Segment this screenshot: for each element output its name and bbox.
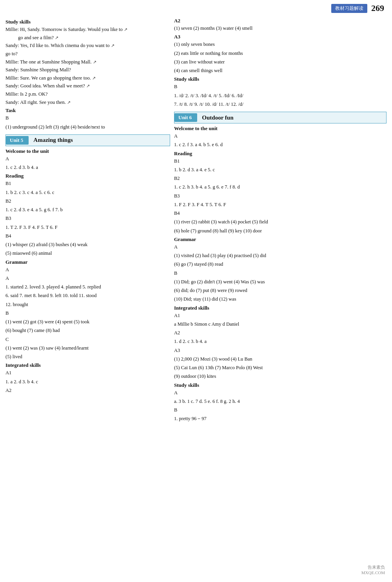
- study-skills-b-ans2: 7. /t/ 8. /t/ 9. /t/ 10. /d/ 11. /t/ 12.…: [174, 100, 387, 109]
- reading-title-right: Reading: [174, 150, 387, 157]
- right-column: A2 (1) seven (2) months (3) water (4) sm…: [174, 16, 387, 424]
- arrow-10: ↗: [67, 99, 71, 106]
- columns: Study skills Millie: Hi, Sandy. Tomorrow…: [0, 15, 392, 428]
- welcome-a-ans-right: 1. c 2. f 3. a 4. b 5. e 6. d: [174, 141, 387, 149]
- study-skills2-a: A: [174, 389, 387, 397]
- dialog-line-4: go to?: [5, 50, 170, 58]
- integrated-a2-label-left: A2: [5, 386, 170, 395]
- watermark-line2: MXQE.COM: [361, 570, 385, 575]
- grammar-b-label-left: B: [5, 309, 170, 317]
- arrow-3: ↗: [111, 42, 114, 49]
- left-column: Study skills Millie: Hi, Sandy. Tomorrow…: [5, 16, 170, 424]
- integrated-a1-label-left: A1: [5, 369, 170, 377]
- task-b-label: B: [5, 114, 170, 122]
- grammar-a-ans1-left: 1. started 2. loved 3. played 4. planned…: [5, 283, 170, 291]
- study-skills2-a-ans: a. 3 b. 1 c. 7 d. 5 e. 6 f. 8 g. 2 h. 4: [174, 397, 387, 406]
- a3-ans2: (2) eats little or nothing for months: [174, 49, 387, 58]
- dialog-line-2: go and see a film? ↗: [5, 34, 170, 42]
- reading-b3-right: B3: [174, 192, 387, 200]
- reading-b4-ans2-left: (5) miaowed (6) animal: [5, 249, 170, 257]
- reading-b1-right: B1: [174, 157, 387, 165]
- dialog-line-10: Sandy: All right. See you then. ↗: [5, 98, 170, 107]
- dialog-line-7: Millie: Sure. We can go shopping there t…: [5, 74, 170, 82]
- integrated-a1-right: A1: [174, 312, 387, 320]
- integrated-a1-ans-left: 1. a 2. d 3. b 4. c: [5, 378, 170, 386]
- grammar-b-ans2-left: (6) bought (7) came (8) had: [5, 326, 170, 335]
- reading-b1-ans-left: 1. b 2. c 3. c 4. a 5. c 6. c: [5, 189, 170, 197]
- header-badge: 教材习题解读: [331, 4, 367, 13]
- welcome-title-left: Welcome to the unit: [5, 148, 170, 154]
- grammar-c-ans1-left: (1) went (2) was (3) saw (4) learned/lea…: [5, 344, 170, 352]
- unit5-badge: Unit 5: [6, 136, 29, 145]
- reading-b4-label-left: B4: [5, 232, 170, 240]
- reading-b1-label-left: B1: [5, 179, 170, 188]
- header: 教材习题解读 269: [0, 0, 392, 15]
- watermark: 告来素负 MXQE.COM: [361, 564, 385, 575]
- grammar-a-ans3-left: 12. brought: [5, 301, 170, 309]
- study-skills-b-label: B: [174, 83, 387, 91]
- unit6-badge: Unit 6: [174, 113, 197, 122]
- dialog-line-5: Millie: The one at Sunshine Shopping Mal…: [5, 58, 170, 66]
- a2-title: A2: [174, 18, 387, 24]
- reading-b1-ans-right: 1. b 2. d 3. a 4. e 5. c: [174, 166, 387, 174]
- arrow-1: ↗: [124, 26, 127, 33]
- welcome-a-label-left: A: [5, 155, 170, 163]
- reading-b4-ans1-left: (1) whisper (2) afraid (3) bushes (4) we…: [5, 241, 170, 249]
- reading-b4-ans2-right: (6) hole (7) ground (8) hall (9) key (10…: [174, 227, 387, 235]
- arrow-2: ↗: [55, 34, 58, 41]
- integrated-a3-ans3-right: (9) outdoor (10) kites: [174, 372, 387, 381]
- a3-ans1: (1) only seven bones: [174, 40, 387, 49]
- reading-b3-label-left: B3: [5, 214, 170, 223]
- grammar-b-ans1-left: (1) went (2) got (3) were (4) spent (5) …: [5, 318, 170, 326]
- page-container: 教材习题解读 269 Study skills Millie: Hi, Sand…: [0, 0, 392, 582]
- grammar-a-label2-left: A: [5, 274, 170, 283]
- welcome-a-ans-left: 1. c 2. d 3. b 4. a: [5, 163, 170, 172]
- watermark-line1: 告来素负: [361, 564, 385, 570]
- integrated-a3-ans2-right: (5) Cai Lun (6) 13th (7) Marco Polo (8) …: [174, 364, 387, 372]
- arrow-5: ↗: [93, 58, 96, 65]
- dialog-line-9: Millie: Is 2 p.m. OK?: [5, 90, 170, 98]
- dialog-line-6: Sandy: Sunshine Shopping Mall?: [5, 66, 170, 74]
- study-skills2-title: Study skills: [174, 382, 387, 388]
- reading-title-left: Reading: [5, 173, 170, 179]
- reading-b3-ans-left: 1. T 2. F 3. F 4. F 5. T 6. F: [5, 223, 170, 232]
- a3-title: A3: [174, 34, 387, 40]
- grammar-b-ans1-right: (1) Did; go (2) didn't (3) went (4) Was …: [174, 278, 387, 286]
- a3-ans3: (3) can live without water: [174, 58, 387, 66]
- integrated-a3-right: A3: [174, 346, 387, 355]
- task-b-answers: (1) underground (2) left (3) right (4) b…: [5, 123, 170, 131]
- reading-b2-right: B2: [174, 174, 387, 183]
- grammar-b-ans3-right: (10) Did; stay (11) did (12) was: [174, 295, 387, 303]
- unit6-title: Outdoor fun: [200, 114, 233, 121]
- integrated-a2-right: A2: [174, 329, 387, 337]
- unit6-row: Unit 6 Outdoor fun: [174, 112, 387, 123]
- grammar-a-ans1-right: (1) visited (2) had (3) play (4) practis…: [174, 252, 387, 260]
- grammar-b-right: B: [174, 269, 387, 277]
- dialog-line-8: Sandy: Good idea. When shall we meet? ↗: [5, 82, 170, 90]
- integrated-title-right: Integrated skills: [174, 305, 387, 311]
- a2-ans: (1) seven (2) months (3) water (4) smell: [174, 24, 387, 33]
- a3-ans4: (4) can smell things well: [174, 67, 387, 75]
- study-skills-b-ans1: 1. /d/ 2. /t/ 3. /Id/ 4. /t/ 5. /Id/ 6. …: [174, 92, 387, 100]
- grammar-a-right: A: [174, 243, 387, 251]
- dialog-line-1: Millie: Hi, Sandy. Tomorrow is Saturday.…: [5, 25, 170, 34]
- dialog-block: Millie: Hi, Sandy. Tomorrow is Saturday.…: [5, 25, 170, 106]
- integrated-a1-ans-right: a Millie b Simon c Amy d Daniel: [174, 320, 387, 328]
- welcome-title-right: Welcome to the unit: [174, 125, 387, 132]
- reading-b4-right: B4: [174, 209, 387, 218]
- grammar-c-ans2-left: (5) lived: [5, 353, 170, 361]
- study-skills-title-left: Study skills: [5, 19, 170, 25]
- reading-b4-ans1-right: (1) river (2) rabbit (3) watch (4) pocke…: [174, 218, 387, 226]
- reading-b3-ans-right: 1. F 2. F 3. F 4. T 5. T 6. F: [174, 201, 387, 209]
- unit5-row: Unit 5 Amazing things: [5, 134, 170, 146]
- dialog-line-3: Sandy: Yes, I'd like to. Which cinema do…: [5, 42, 170, 50]
- grammar-b-ans2-right: (6) did; do (7) put (8) were (9) rowed: [174, 286, 387, 295]
- study-skills2-b-ans: 1. pretty 96－97: [174, 415, 387, 423]
- unit5-title: Amazing things: [32, 137, 73, 143]
- integrated-a2-ans-right: 1. d 2. c 3. b 4. a: [174, 337, 387, 346]
- study-skills2-b: B: [174, 406, 387, 414]
- task-title: Task: [5, 107, 170, 114]
- grammar-a-label-left: A: [5, 266, 170, 274]
- welcome-a-right: A: [174, 132, 387, 140]
- grammar-a-ans2-left: 6. said 7. met 8. heard 9. left 10. told…: [5, 292, 170, 300]
